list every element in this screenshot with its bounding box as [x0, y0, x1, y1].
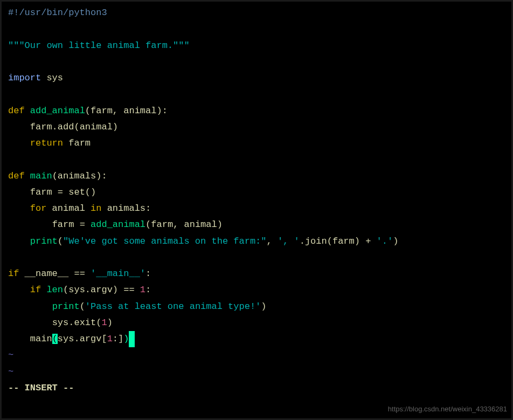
module-name: sys	[46, 73, 63, 83]
expr: .join(farm) +	[300, 236, 377, 246]
slice-expr: :]	[113, 334, 123, 344]
operator: ==	[68, 268, 91, 279]
string-literal: ', '	[278, 236, 300, 246]
slice-expr: sys.argv[	[58, 334, 107, 344]
exit-call: sys.exit(	[52, 318, 102, 328]
shebang: #!/usr/bin/python3	[8, 8, 107, 18]
main-call: main	[30, 334, 52, 344]
code-line: main(sys.argv[1:])	[8, 331, 505, 347]
print-call: print	[52, 301, 80, 312]
paren: (	[58, 236, 63, 246]
vim-editor[interactable]: #!/usr/bin/python3 """Our own little ani…	[8, 5, 505, 396]
code-line: #!/usr/bin/python3	[8, 5, 505, 21]
code-line: sys.exit(1)	[8, 315, 505, 331]
import-keyword: import	[8, 73, 41, 83]
blank-line	[8, 54, 505, 70]
blank-line	[8, 152, 505, 168]
for-var: animal	[46, 203, 91, 214]
call-args: (farm, animal)	[145, 219, 223, 230]
code-line: print("We've got some animals on the far…	[8, 233, 505, 250]
paren: )	[261, 301, 266, 312]
code-line: import sys	[8, 70, 505, 86]
def-keyword: def	[8, 171, 25, 181]
paren: (	[80, 301, 85, 312]
code-line: """Our own little animal farm."""	[8, 38, 505, 54]
assign: farm =	[52, 219, 91, 230]
number-literal: 1	[107, 334, 113, 344]
code-line: for animal in animals:	[8, 201, 505, 217]
def-keyword: def	[8, 106, 25, 116]
code-line: farm.add(animal)	[8, 119, 505, 135]
dunder-name: __name__	[25, 268, 69, 279]
docstring-quote: """	[8, 40, 25, 51]
number-literal: 1	[101, 318, 107, 328]
for-iter: animals:	[101, 203, 151, 214]
in-keyword: in	[91, 203, 101, 214]
mode-indicator: -- INSERT --	[8, 380, 505, 396]
colon: :	[145, 268, 151, 279]
function-name: main	[30, 171, 52, 181]
number-literal: 1	[140, 285, 145, 295]
docstring-text: Our own little animal farm.	[25, 40, 173, 51]
blank-line	[8, 250, 505, 266]
comma: ,	[267, 236, 278, 246]
code-line: def main(animals):	[8, 168, 505, 184]
code-line: print('Pass at least one animal type!')	[8, 299, 505, 315]
tilde-line: ~	[8, 347, 505, 363]
blank-line	[8, 86, 505, 102]
len-call: len	[46, 285, 63, 295]
code-line: if len(sys.argv) == 1:	[8, 282, 505, 298]
code-line: farm = set()	[8, 184, 505, 201]
function-args: (farm, animal):	[85, 106, 168, 116]
statement: farm = set()	[30, 187, 96, 197]
print-call: print	[30, 236, 58, 246]
docstring-quote: """	[173, 40, 190, 51]
blank-line	[8, 21, 505, 37]
statement: farm.add(animal)	[30, 122, 118, 132]
if-keyword: if	[8, 268, 19, 279]
tilde-line: ~	[8, 364, 505, 380]
code-line: if __name__ == '__main__':	[8, 266, 505, 282]
cursor	[129, 331, 134, 347]
code-line: farm = add_animal(farm, animal)	[8, 217, 505, 233]
string-literal: "We've got some animals on the farm:"	[63, 236, 266, 246]
expr: (sys.argv) ==	[63, 285, 140, 295]
watermark: https://blog.csdn.net/weixin_43336281	[388, 403, 507, 415]
for-keyword: for	[30, 203, 47, 214]
paren: )	[393, 236, 398, 246]
function-args: (animals):	[52, 171, 107, 181]
function-call: add_animal	[91, 219, 145, 230]
string-literal: '.'	[377, 236, 393, 246]
string-literal: '__main__'	[91, 268, 145, 279]
paren-match: )	[123, 334, 129, 344]
if-keyword: if	[30, 285, 41, 295]
code-line: def add_animal(farm, animal):	[8, 103, 505, 119]
string-literal: 'Pass at least one animal type!'	[85, 301, 261, 312]
return-value: farm	[68, 138, 91, 148]
paren: )	[107, 318, 113, 328]
code-line: return farm	[8, 135, 505, 152]
colon: :	[145, 285, 151, 295]
return-keyword: return	[30, 138, 63, 148]
function-name: add_animal	[30, 106, 85, 116]
paren-match: (	[52, 334, 58, 344]
